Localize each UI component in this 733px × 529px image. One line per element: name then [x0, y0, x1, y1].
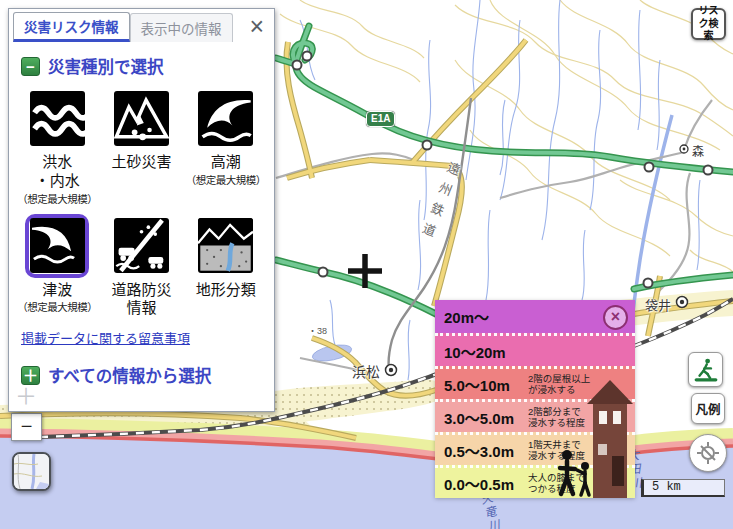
legend-close-button[interactable]: × — [603, 305, 628, 330]
disaster-type-terrain[interactable]: 地形分類 — [184, 214, 268, 319]
tab-disaster-risk-info[interactable]: 災害リスク情報 — [13, 12, 130, 42]
zoom-in-button[interactable]: ＋ — [11, 382, 41, 412]
legend-band-0-05m: 0.0～0.5m 大人の膝まで つかる程度 — [435, 465, 635, 498]
minimap-thumbnail — [14, 454, 49, 489]
hazard-map-app: 森 袋井 浜松 ・38 遠州鉄道 天竜川 太田川 E1A 20m～ × 10～2… — [0, 0, 733, 529]
data-notes-link[interactable]: 掲載データに関する留意事項 — [21, 328, 274, 347]
road-disaster-icon — [114, 218, 169, 273]
legend-band-10-20m: 10～20m — [435, 333, 635, 366]
section-select-all-info[interactable]: ＋ すべての情報から選択 — [21, 363, 274, 387]
storm-surge-icon — [198, 91, 253, 146]
route-shield-e1a: E1A — [366, 111, 395, 127]
zoom-out-button[interactable]: − — [11, 413, 42, 441]
tsunami-selected-border — [25, 214, 89, 278]
panel-tabbar: 災害リスク情報 表示中の情報 × — [9, 9, 274, 42]
risk-search-button[interactable]: リスク検索 — [691, 8, 726, 40]
landslide-icon — [114, 91, 169, 146]
location-off-icon — [696, 441, 720, 465]
terrain-classification-icon — [198, 218, 253, 273]
legend-toggle-button[interactable]: 凡例 — [691, 393, 725, 424]
disaster-info-panel: 災害リスク情報 表示中の情報 × − 災害種別で選択 洪水・内水 （想定最大規模… — [8, 8, 275, 412]
legend-band-3-5m: 3.0～5.0m 2階部分まで 浸水する程度 — [435, 399, 635, 432]
flood-icon — [30, 91, 85, 146]
legend-band-20m: 20m～ × — [435, 300, 635, 333]
map-label-mori: 森 — [692, 142, 704, 159]
disaster-type-storm-surge[interactable]: 高潮 （想定最大規模） — [184, 86, 268, 206]
disaster-type-landslide[interactable]: 土砂災害 — [99, 86, 183, 206]
collapse-minus-icon[interactable]: − — [21, 57, 40, 76]
tsunami-icon — [30, 218, 85, 273]
map-label-spot-height: ・38 — [308, 324, 327, 337]
map-label-hamamatsu: 浜松 — [352, 361, 380, 381]
legend-band-5-10m: 5.0～10m 2階の屋根以上 が浸水する — [435, 366, 635, 399]
disaster-type-grid: 洪水・内水 （想定最大規模） 土砂災害 高潮 （想定最大規模） — [15, 86, 268, 318]
map-label-fukuroi: 袋井 — [645, 295, 671, 314]
panel-close-icon[interactable]: × — [249, 11, 264, 41]
running-person-icon — [693, 357, 719, 383]
tab-displayed-info[interactable]: 表示中の情報 — [130, 13, 233, 42]
section-select-by-type[interactable]: − 災害種別で選択 — [21, 54, 274, 78]
evacuation-site-button[interactable] — [688, 352, 723, 387]
tsunami-depth-legend: 20m～ × 10～20m 5.0～10m 2階の屋根以上 が浸水する 3.0～… — [435, 300, 635, 498]
gps-location-button[interactable] — [689, 434, 727, 472]
overview-map-button[interactable] — [12, 452, 51, 491]
scale-bar: 5 km — [641, 479, 725, 497]
disaster-type-road-info[interactable]: 道路防災情報 — [99, 214, 183, 319]
legend-band-05-3m: 0.5～3.0m 1階天井まで 浸水する程度 — [435, 432, 635, 465]
disaster-type-flood[interactable]: 洪水・内水 （想定最大規模） — [15, 86, 99, 206]
disaster-type-tsunami[interactable]: 津波 （想定最大規模） — [15, 214, 99, 319]
